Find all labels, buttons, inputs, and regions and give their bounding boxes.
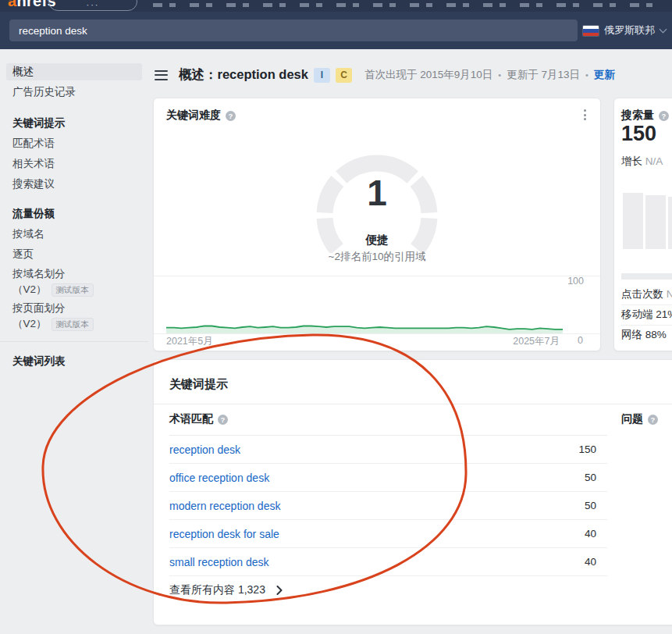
clicks-label: 点击次数 [621, 288, 663, 300]
sidebar-item-label: 按页面划分 [12, 301, 136, 316]
web-row: 网络 88% [621, 325, 672, 345]
menu-icon[interactable] [155, 69, 168, 82]
kd-score: 1 [154, 173, 600, 213]
sidebar-item-search-suggestions[interactable]: 搜索建议 [6, 176, 142, 193]
volume-bars-chart [623, 193, 672, 249]
kebab-menu-icon[interactable] [578, 108, 591, 122]
keyword-link[interactable]: small reception desk [169, 556, 269, 568]
beta-badge: 测试版本 [52, 283, 94, 297]
mobile-label: 移动端 [621, 308, 653, 320]
country-label: 俄罗斯联邦 [604, 23, 655, 37]
kd-card-title: 关键词难度 [166, 109, 221, 123]
page-title: 概述：reception desk [179, 66, 308, 84]
keyword-ideas-card: 关键词提示 术语匹配 ? reception desk 150 office r… [153, 359, 672, 625]
keyword-difficulty-card: 关键词难度 ? 1 便捷 ~2排名前10的引用域 100 2021年5月 202… [153, 98, 601, 351]
sidebar-item-related-terms[interactable]: 相关术语 [6, 155, 142, 173]
keyword-volume: 150 [578, 443, 607, 455]
keyword-volume: 40 [585, 556, 607, 568]
growth-value: N/A [645, 155, 663, 167]
ideas-card-title: 关键词提示 [169, 377, 228, 392]
keyword-search-input[interactable] [9, 20, 578, 41]
table-row: modern reception desk 50 [169, 492, 607, 520]
sidebar-header-keyword-ideas: 关键词提示 [6, 115, 142, 132]
table-row: small reception desk 40 [169, 548, 607, 576]
keyword-volume: 40 [585, 528, 607, 540]
clicks-strip [621, 273, 672, 280]
intent-badge-c[interactable]: C [336, 68, 352, 83]
y-axis-min-label: 0 [578, 335, 583, 346]
page-header: 概述：reception desk I C 首次出现于 2015年9月10日 •… [155, 66, 672, 84]
volume-bar [668, 197, 672, 249]
terms-match-header: 术语匹配 [169, 412, 213, 426]
help-icon[interactable]: ? [226, 111, 236, 121]
workspace-pill-dots: ··· [49, 0, 137, 9]
kd-subtitle: ~2排名前10的引用域 [154, 250, 600, 264]
x-axis-end-label: 2025年7月 [513, 335, 560, 348]
keyword-link[interactable]: reception desk for sale [169, 528, 279, 540]
meta-separator: • [585, 70, 588, 80]
sidebar-item-overview[interactable]: 概述 [6, 63, 142, 80]
first-seen-text: 首次出现于 2015年9月10日 [364, 68, 492, 82]
intent-badge-i[interactable]: I [314, 68, 330, 83]
sidebar-item-by-page-v2[interactable]: 按页面划分 （V2）测试版本 [6, 301, 142, 332]
sidebar-item-sublabel: （V2） [12, 282, 47, 297]
sidebar-divider [0, 341, 148, 342]
sidebar: 概述 广告历史记录 关键词提示 匹配术语 相关术语 搜索建议 流量份额 按域名 … [6, 63, 142, 370]
volume-bar [623, 193, 643, 249]
keyword-link[interactable]: modern reception desk [169, 500, 280, 512]
help-icon[interactable]: ? [218, 415, 228, 425]
sidebar-item-ads-history[interactable]: 广告历史记录 [6, 84, 142, 101]
sidebar-item-sublabel: （V2） [12, 316, 47, 332]
search-bar: 俄罗斯联邦 [0, 12, 672, 49]
top-nav: ahrefs ··· [0, 0, 672, 12]
help-icon[interactable]: ? [648, 415, 658, 425]
chevron-down-icon [660, 26, 667, 34]
x-axis-start-label: 2021年5月 [166, 335, 213, 348]
updated-text: 更新于 7月13日 [507, 68, 580, 82]
sidebar-item-by-domain-v2[interactable]: 按域名划分 （V2）测试版本 [6, 266, 142, 297]
clicks-value: N/A [667, 288, 672, 300]
clicks-row: 点击次数 N/A [621, 284, 672, 305]
logo-letter-a: a [8, 0, 16, 9]
view-all-label: 查看所有内容 1,323 [169, 583, 265, 597]
volume-card-title: 搜索量 [621, 109, 654, 123]
kd-trend-line [166, 276, 563, 333]
volume-bar [645, 195, 666, 249]
top-nav-clipped-text [153, 3, 664, 7]
web-value: 88% [645, 329, 667, 340]
beta-badge: 测试版本 [52, 318, 94, 331]
table-row: office reception desk 50 [169, 464, 607, 492]
search-volume-card: 搜索量 ? 150 增长 N/A 点击次数 N/A 移动端 21% 网络 88% [613, 98, 672, 351]
kd-rating: 便捷 [154, 233, 600, 248]
sidebar-item-matching-terms[interactable]: 匹配术语 [6, 135, 142, 152]
growth-label: 增长 [621, 155, 642, 167]
sidebar-item-by-page[interactable]: 逐页 [6, 246, 142, 263]
y-axis-max-label: 100 [567, 276, 584, 287]
chevron-right-icon [276, 586, 283, 595]
mobile-row: 移动端 21% [621, 305, 672, 326]
table-row: reception desk for sale 40 [169, 520, 607, 548]
keyword-volume: 50 [585, 500, 607, 511]
questions-header: 问题 [621, 412, 643, 426]
help-icon[interactable]: ? [659, 111, 669, 121]
mobile-value: 21% [656, 308, 672, 320]
update-link[interactable]: 更新 [594, 68, 615, 82]
sidebar-item-by-domain[interactable]: 按域名 [6, 226, 142, 243]
questions-column: 问题 ? [621, 404, 672, 435]
terms-match-column: 术语匹配 ? reception desk 150 office recepti… [169, 404, 607, 604]
russia-flag-icon [583, 26, 599, 36]
web-label: 网络 [621, 329, 642, 340]
search-volume-value: 150 [621, 122, 656, 146]
meta-separator: • [498, 70, 501, 80]
sidebar-item-label: 按域名划分 [12, 266, 136, 282]
country-selector[interactable]: 俄罗斯联邦 [583, 20, 666, 41]
keyword-link[interactable]: reception desk [169, 443, 240, 456]
kd-history-chart: 100 [154, 276, 600, 334]
sidebar-header-traffic-share: 流量份额 [6, 205, 142, 223]
workspace-pill[interactable]: ··· [48, 0, 137, 11]
keyword-volume: 50 [585, 472, 607, 483]
sidebar-header-keyword-lists: 关键词列表 [6, 353, 142, 370]
view-all-link[interactable]: 查看所有内容 1,323 [169, 576, 607, 604]
keyword-link[interactable]: office reception desk [169, 472, 269, 484]
table-row: reception desk 150 [169, 436, 607, 464]
